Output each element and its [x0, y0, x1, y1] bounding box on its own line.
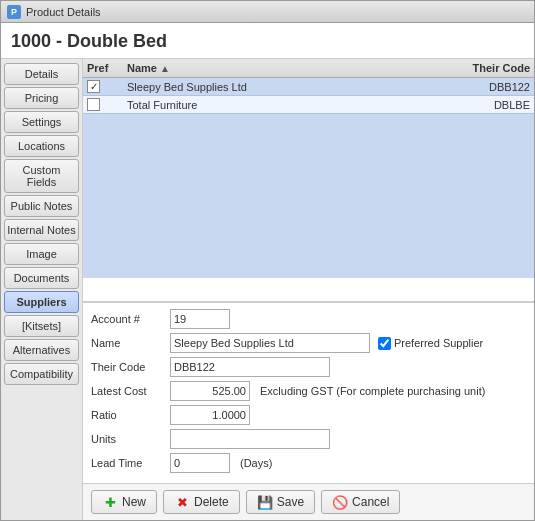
cancel-button[interactable]: 🚫 Cancel	[321, 490, 400, 514]
account-label: Account #	[91, 313, 166, 325]
save-icon: 💾	[257, 494, 273, 510]
form-row-ratio: Ratio	[91, 405, 526, 425]
content-area: Details Pricing Settings Locations Custo…	[1, 59, 534, 520]
latest-cost-input[interactable]	[170, 381, 250, 401]
sidebar-item-settings[interactable]: Settings	[4, 111, 79, 133]
gst-note: Excluding GST (For complete purchasing u…	[260, 385, 485, 397]
sidebar-item-compatibility[interactable]: Compatibility	[4, 363, 79, 385]
titlebar: P Product Details	[1, 1, 534, 23]
supplier-form: Account # Name Preferred Supplier Their …	[83, 302, 534, 483]
save-button[interactable]: 💾 Save	[246, 490, 315, 514]
form-row-their-code: Their Code	[91, 357, 526, 377]
days-label: (Days)	[240, 457, 272, 469]
sort-arrow-icon: ▲	[160, 63, 170, 74]
main-panel: Pref Name ▲ Their Code ✓ Sleepy Bed Supp…	[83, 59, 534, 520]
toolbar: ✚ New ✖ Delete 💾 Save 🚫 Cancel	[83, 483, 534, 520]
row-pref-1: ✓	[87, 80, 127, 93]
col-header-their-code: Their Code	[440, 62, 530, 74]
titlebar-icon: P	[7, 5, 21, 19]
row-code-1: DBB122	[440, 81, 530, 93]
account-input[interactable]	[170, 309, 230, 329]
lead-time-input[interactable]	[170, 453, 230, 473]
sidebar-item-image[interactable]: Image	[4, 243, 79, 265]
row-name-2: Total Furniture	[127, 99, 440, 111]
delete-button[interactable]: ✖ Delete	[163, 490, 240, 514]
lead-time-label: Lead Time	[91, 457, 166, 469]
ratio-label: Ratio	[91, 409, 166, 421]
preferred-supplier-label: Preferred Supplier	[378, 337, 483, 350]
name-label: Name	[91, 337, 166, 349]
sidebar-item-alternatives[interactable]: Alternatives	[4, 339, 79, 361]
row-pref-2	[87, 98, 127, 111]
ratio-input[interactable]	[170, 405, 250, 425]
col-header-name: Name ▲	[127, 62, 440, 74]
cancel-icon: 🚫	[332, 494, 348, 510]
titlebar-title: Product Details	[26, 6, 101, 18]
form-row-account: Account #	[91, 309, 526, 329]
row-name-1: Sleepy Bed Supplies Ltd	[127, 81, 440, 93]
form-row-units: Units	[91, 429, 526, 449]
suppliers-table-body: ✓ Sleepy Bed Supplies Ltd DBB122 Total F…	[83, 78, 534, 278]
empty-table-rows	[83, 114, 534, 254]
table-row[interactable]: Total Furniture DBLBE	[83, 96, 534, 114]
their-code-input[interactable]	[170, 357, 330, 377]
pref-checkbox-2[interactable]	[87, 98, 100, 111]
sidebar-item-documents[interactable]: Documents	[4, 267, 79, 289]
sidebar-item-suppliers[interactable]: Suppliers	[4, 291, 79, 313]
sidebar-item-kitsets[interactable]: [Kitsets]	[4, 315, 79, 337]
units-label: Units	[91, 433, 166, 445]
row-code-2: DBLBE	[440, 99, 530, 111]
sidebar-item-public-notes[interactable]: Public Notes	[4, 195, 79, 217]
units-input[interactable]	[170, 429, 330, 449]
form-row-name: Name Preferred Supplier	[91, 333, 526, 353]
new-icon: ✚	[102, 494, 118, 510]
preferred-checkbox[interactable]	[378, 337, 391, 350]
form-row-lead-time: Lead Time (Days)	[91, 453, 526, 473]
suppliers-table-area: Pref Name ▲ Their Code ✓ Sleepy Bed Supp…	[83, 59, 534, 302]
sidebar: Details Pricing Settings Locations Custo…	[1, 59, 83, 520]
name-input[interactable]	[170, 333, 370, 353]
new-button[interactable]: ✚ New	[91, 490, 157, 514]
their-code-label: Their Code	[91, 361, 166, 373]
latest-cost-label: Latest Cost	[91, 385, 166, 397]
form-row-latest-cost: Latest Cost Excluding GST (For complete …	[91, 381, 526, 401]
delete-icon: ✖	[174, 494, 190, 510]
sidebar-item-locations[interactable]: Locations	[4, 135, 79, 157]
sidebar-item-internal-notes[interactable]: Internal Notes	[4, 219, 79, 241]
table-header: Pref Name ▲ Their Code	[83, 59, 534, 78]
sidebar-item-pricing[interactable]: Pricing	[4, 87, 79, 109]
pref-checkbox-1[interactable]: ✓	[87, 80, 100, 93]
sidebar-item-details[interactable]: Details	[4, 63, 79, 85]
table-row[interactable]: ✓ Sleepy Bed Supplies Ltd DBB122	[83, 78, 534, 96]
page-title: 1000 - Double Bed	[1, 23, 534, 59]
sidebar-item-custom-fields[interactable]: Custom Fields	[4, 159, 79, 193]
product-details-window: P Product Details 1000 - Double Bed Deta…	[0, 0, 535, 521]
col-header-pref: Pref	[87, 62, 127, 74]
